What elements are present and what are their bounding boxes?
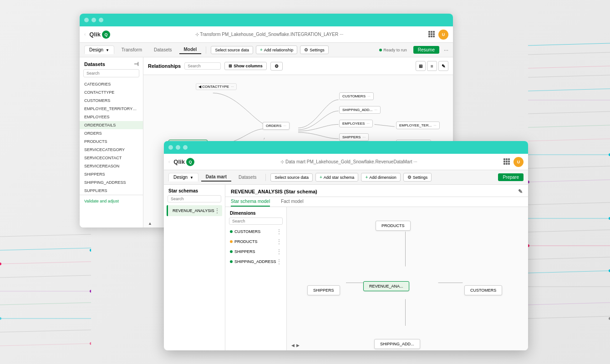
node-dots: ··· bbox=[374, 108, 377, 112]
btn-min-front[interactable] bbox=[176, 145, 180, 150]
sidebar-item-customers[interactable]: CUSTOMERS bbox=[80, 96, 143, 105]
node-contacttype[interactable]: ◀ CONTACTTYPE ··· bbox=[196, 83, 237, 90]
tab-datasets-back[interactable]: Datasets bbox=[149, 46, 176, 54]
sidebar-item-orders[interactable]: ORDERS bbox=[80, 129, 143, 137]
btn-maximize[interactable] bbox=[99, 18, 103, 22]
dim-item-shipping-address[interactable]: SHIPPING_ADDRESS ⋮ bbox=[225, 257, 286, 267]
window-front-content: ‹ Qlik Q ⊹ Data mart PM_Lakehouse_Gold_S… bbox=[164, 154, 528, 350]
sidebar-item-shipping-address[interactable]: SHIPPING_ADDRESS bbox=[80, 178, 143, 187]
products-more[interactable]: ⋮ bbox=[276, 238, 282, 245]
sidebar-item-orderdetails[interactable]: ORDERDETAILS bbox=[80, 121, 143, 129]
tab-star-schema-model[interactable]: Star schema model bbox=[231, 197, 270, 207]
revenue-title-bar: REVENUE_ANALYSIS (Star schema) ✎ bbox=[225, 185, 528, 197]
grid-icon-front[interactable] bbox=[503, 158, 511, 166]
btn-close-front[interactable] bbox=[168, 145, 173, 150]
grid-dot bbox=[428, 35, 430, 37]
star-node-center[interactable]: REVENUE_ANA... bbox=[363, 281, 409, 291]
grid-icon[interactable] bbox=[428, 31, 436, 38]
tab-fact-model[interactable]: Fact model bbox=[281, 197, 303, 207]
grid-dot bbox=[431, 33, 432, 35]
back-arrow[interactable]: ‹ bbox=[84, 32, 86, 37]
shipping-address-more[interactable]: ⋮ bbox=[276, 258, 282, 265]
list-view-btn[interactable]: ≡ bbox=[427, 61, 437, 71]
rel-search[interactable] bbox=[184, 62, 221, 70]
sidebar-item-servicereason[interactable]: SERVICEREASON bbox=[80, 162, 143, 170]
resume-btn[interactable]: Resume bbox=[413, 46, 439, 54]
nav-right[interactable]: ▶ bbox=[296, 343, 300, 348]
schema-item-revenue[interactable]: REVENUE_ANALYSIS ⋮ bbox=[167, 205, 222, 216]
dim-item-shippers[interactable]: SHIPPERS ⋮ bbox=[225, 247, 286, 257]
dm-bottom: Dimensions CUSTOMERS ⋮ bbox=[225, 207, 528, 350]
tab-transform-back[interactable]: Transform bbox=[117, 46, 147, 54]
rel-settings-btn[interactable]: ⚙ bbox=[270, 62, 283, 71]
btn-minimize[interactable] bbox=[92, 18, 96, 22]
node-customers[interactable]: CUSTOMERS ··· bbox=[339, 92, 374, 100]
settings-btn-front[interactable]: ⚙ Settings bbox=[403, 173, 432, 182]
dimensions-title: Dimensions bbox=[225, 207, 286, 217]
validate-btn[interactable]: Validate and adjust bbox=[80, 195, 143, 207]
more-options-back[interactable]: ··· bbox=[444, 47, 448, 53]
user-avatar-back[interactable]: U bbox=[438, 30, 448, 40]
add-star-schema-btn[interactable]: + Add star schema bbox=[315, 173, 358, 182]
rel-settings-icon: ⚙ bbox=[274, 64, 279, 69]
node-shippers[interactable]: SHIPPERS ··· bbox=[339, 133, 369, 141]
sidebar-item-employees[interactable]: EMPLOYEES bbox=[80, 113, 143, 121]
star-node-shippers[interactable]: SHIPPERS bbox=[307, 285, 340, 295]
sidebar-item-products[interactable]: PRODUCTS bbox=[80, 137, 143, 146]
sidebar-item-servicecategory[interactable]: SERVICECATEGORY bbox=[80, 146, 143, 154]
add-dimension-btn[interactable]: + Add dimension bbox=[361, 173, 400, 182]
sidebar-item-shippers[interactable]: SHIPPERS bbox=[80, 170, 143, 178]
btn-max-front[interactable] bbox=[183, 145, 188, 150]
star-node-shipping-add[interactable]: SHIPPING_ADD... bbox=[374, 339, 420, 349]
star-schemas-search[interactable] bbox=[168, 195, 221, 202]
btn-close[interactable] bbox=[84, 18, 89, 22]
dim-item-products[interactable]: PRODUCTS ⋮ bbox=[225, 237, 286, 247]
add-relationship-btn[interactable]: + Add relationship bbox=[256, 46, 297, 54]
plus-icon: + bbox=[260, 47, 263, 52]
grid-view-btn[interactable]: ⊞ bbox=[416, 61, 426, 71]
tab-datamart-front[interactable]: Data mart bbox=[201, 173, 231, 182]
shipping-address-dot bbox=[230, 260, 233, 263]
toolbar-front: Design ▼ Data mart Datasets Select sourc… bbox=[164, 170, 528, 185]
tab-design-front[interactable]: Design ▼ bbox=[168, 173, 198, 182]
sidebar-item-contacttype[interactable]: CONTACTTYPE bbox=[80, 88, 143, 96]
edit-pencil-icon[interactable]: ✎ bbox=[518, 188, 523, 195]
node-employee-ter[interactable]: EMPLOYEE_TER... ··· bbox=[396, 121, 440, 129]
node-shipping-add[interactable]: SHIPPING_ADD... ··· bbox=[339, 106, 381, 114]
star-diagram: PRODUCTS SHIPPERS REVENUE_ANA... CUSTO bbox=[287, 207, 528, 350]
dim-search[interactable] bbox=[229, 217, 283, 225]
dim-item-customers[interactable]: CUSTOMERS ⋮ bbox=[225, 227, 286, 237]
dimensions-panel: Dimensions CUSTOMERS ⋮ bbox=[225, 207, 287, 350]
sidebar-search-back[interactable] bbox=[83, 69, 139, 77]
collapse-left[interactable]: ▲ bbox=[148, 221, 152, 226]
shippers-more[interactable]: ⋮ bbox=[276, 248, 282, 255]
tab-datasets-front[interactable]: Datasets bbox=[234, 173, 261, 181]
select-source-btn-front[interactable]: Select source data bbox=[270, 173, 313, 182]
node-orders[interactable]: ORDERS ··· bbox=[263, 122, 290, 130]
nav-left[interactable]: ◀ bbox=[291, 343, 295, 348]
edit-view-btn[interactable]: ✎ bbox=[438, 61, 448, 71]
plus-icon-star: + bbox=[320, 175, 322, 180]
user-avatar-front[interactable]: U bbox=[513, 157, 524, 167]
node-employees[interactable]: EMPLOYEES ··· bbox=[339, 120, 373, 127]
schema-more-icon[interactable]: ⋮ bbox=[214, 207, 220, 214]
collapse-sidebar-icon[interactable]: ⊣ bbox=[134, 61, 138, 67]
star-node-products[interactable]: PRODUCTS bbox=[376, 221, 411, 231]
tab-model-back[interactable]: Model bbox=[179, 46, 202, 54]
separator2 bbox=[265, 174, 266, 181]
tab-design-back[interactable]: Design ▼ bbox=[84, 46, 114, 54]
customers-more[interactable]: ⋮ bbox=[276, 228, 282, 235]
sidebar-item-employee-territory[interactable]: EMPLOYEE_TERRITORY_LIST bbox=[80, 105, 143, 113]
sidebar-item-suppliers[interactable]: SUPPLIERS bbox=[80, 187, 143, 195]
sidebar-item-categories[interactable]: CATEGORIES bbox=[80, 80, 143, 88]
columns-icon: ⊞ bbox=[229, 64, 232, 68]
settings-btn-back[interactable]: ⚙ Settings bbox=[300, 46, 329, 54]
star-node-customers[interactable]: CUSTOMERS bbox=[464, 285, 502, 295]
select-source-btn-back[interactable]: Select source data bbox=[211, 46, 253, 54]
grid-dot bbox=[428, 31, 430, 33]
show-columns-btn[interactable]: ⊞ Show columns bbox=[224, 62, 267, 70]
sidebar-item-servicecontact[interactable]: SERVICECONTACT bbox=[80, 154, 143, 162]
prepare-btn[interactable]: Prepare bbox=[498, 173, 524, 181]
back-arrow-front[interactable]: ‹ bbox=[168, 159, 170, 164]
ready-badge: Ready to run bbox=[379, 48, 407, 52]
